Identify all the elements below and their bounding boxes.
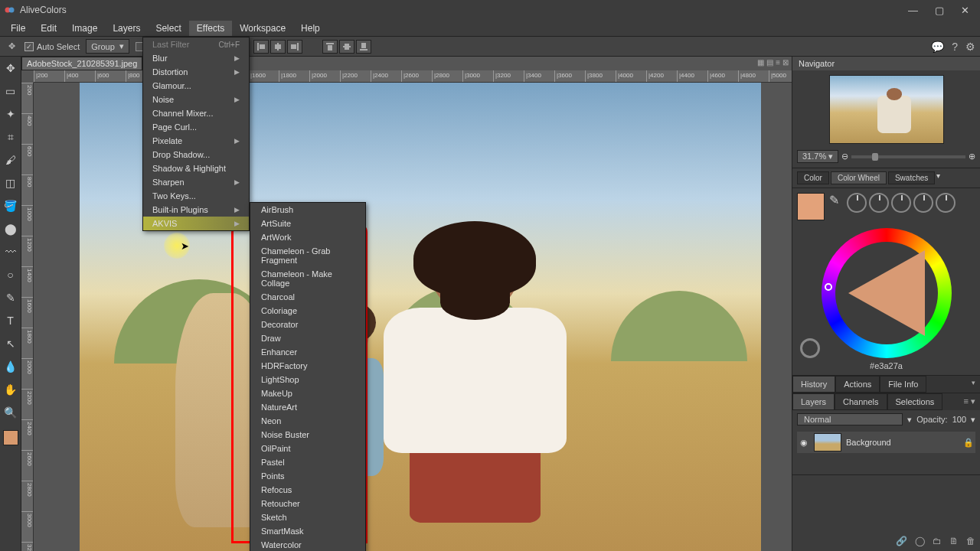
eyedropper-tool[interactable]: 💧 <box>2 358 19 375</box>
zoom-dropdown[interactable]: 31.7% ▾ <box>797 150 838 163</box>
zoom-in-button[interactable]: ⊕ <box>969 152 975 161</box>
align-left-icon[interactable] <box>253 40 269 54</box>
submenu-item-coloriage[interactable]: Coloriage <box>250 304 365 318</box>
menu-item-akvis[interactable]: AKVIS▶ <box>143 217 249 230</box>
new-folder-icon[interactable]: 🗀 <box>933 536 942 546</box>
minimize-button[interactable]: — <box>908 5 918 16</box>
submenu-item-makeup[interactable]: MakeUp <box>250 386 365 400</box>
menu-item-built-in-plugins[interactable]: Built-in Plugins▶ <box>143 203 249 217</box>
ruler-icon[interactable]: ▤ <box>766 58 773 67</box>
menu-item-blur[interactable]: Blur▶ <box>143 51 249 65</box>
panel-menu-icon[interactable]: ▾ <box>936 171 940 184</box>
alpha-dial[interactable] <box>913 193 933 213</box>
menu-item-glamour-[interactable]: Glamour... <box>143 79 249 93</box>
submenu-item-draw[interactable]: Draw <box>250 331 365 345</box>
foreground-swatch[interactable] <box>3 430 18 445</box>
submenu-item-hdrfactory[interactable]: HDRFactory <box>250 359 365 373</box>
align-bottom-icon[interactable] <box>356 40 371 54</box>
eraser-tool[interactable]: ◫ <box>2 174 19 191</box>
feedback-icon[interactable]: 💬 <box>931 41 944 53</box>
close-doc-icon[interactable]: ⊠ <box>782 58 789 67</box>
submenu-item-noise-buster[interactable]: Noise Buster <box>250 428 365 442</box>
submenu-item-charcoal[interactable]: Charcoal <box>250 290 365 304</box>
submenu-item-enhancer[interactable]: Enhancer <box>250 345 365 359</box>
auto-select-checkbox[interactable]: ✓Auto Select <box>24 42 80 51</box>
link-layers-icon[interactable]: 🔗 <box>896 536 907 546</box>
menu-help[interactable]: Help <box>293 21 328 36</box>
text-tool[interactable]: T <box>2 312 19 329</box>
sat-dial[interactable] <box>869 193 889 213</box>
zoom-tool[interactable]: 🔍 <box>2 404 19 421</box>
tab-selections[interactable]: Selections <box>887 393 943 410</box>
delete-layer-icon[interactable]: 🗑 <box>966 536 975 546</box>
navigator-preview[interactable] <box>792 70 980 148</box>
blur-tool[interactable]: ○ <box>2 266 19 283</box>
submenu-item-natureart[interactable]: NatureArt <box>250 400 365 414</box>
align-vcenter-icon[interactable] <box>339 40 354 54</box>
submenu-item-watercolor[interactable]: Watercolor <box>250 538 365 551</box>
extra-dial[interactable] <box>936 193 956 213</box>
submenu-item-neon[interactable]: Neon <box>250 414 365 428</box>
save-color-icon[interactable] <box>800 338 820 358</box>
menu-item-distortion[interactable]: Distortion▶ <box>143 65 249 79</box>
new-layer-icon[interactable]: 🗎 <box>949 536 959 546</box>
panel-menu-icon[interactable]: ▾ <box>967 376 980 393</box>
layer-menu-icon[interactable]: ≡ ▾ <box>959 393 980 410</box>
hue-dial[interactable] <box>847 193 867 213</box>
smudge-tool[interactable]: 〰 <box>2 243 19 260</box>
path-tool[interactable]: ↖ <box>2 335 19 352</box>
submenu-item-points[interactable]: Points <box>250 469 365 483</box>
opacity-value[interactable]: 100 <box>952 415 966 424</box>
align-right-icon[interactable] <box>287 40 302 54</box>
tab-file-info[interactable]: File Info <box>880 376 926 393</box>
submenu-item-artsuite[interactable]: ArtSuite <box>250 217 365 230</box>
menu-workspace[interactable]: Workspace <box>232 21 293 36</box>
menu-item-drop-shadow-[interactable]: Drop Shadow... <box>143 148 249 161</box>
submenu-item-chameleon-make-collage[interactable]: Chameleon - Make Collage <box>250 267 365 290</box>
submenu-item-decorator[interactable]: Decorator <box>250 318 365 331</box>
menu-effects[interactable]: Effects <box>189 21 232 36</box>
submenu-item-chameleon-grab-fragment[interactable]: Chameleon - Grab Fragment <box>250 244 365 267</box>
stamp-tool[interactable]: ⬤ <box>2 220 19 237</box>
align-top-icon[interactable] <box>322 40 338 54</box>
brush-tool[interactable]: 🖌 <box>2 152 19 168</box>
zoom-slider[interactable] <box>851 155 965 158</box>
crop-tool[interactable]: ⌗ <box>2 129 19 145</box>
tab-channels[interactable]: Channels <box>835 393 887 410</box>
layer-item-background[interactable]: ◉ Background 🔒 <box>797 432 975 453</box>
menu-item-page-curl-[interactable]: Page Curl... <box>143 120 249 134</box>
menu-item-sharpen[interactable]: Sharpen▶ <box>143 175 249 189</box>
lock-icon[interactable]: 🔒 <box>963 438 974 448</box>
submenu-item-artwork[interactable]: ArtWork <box>250 230 365 244</box>
grid-icon[interactable]: ▦ <box>757 58 764 67</box>
menu-layers[interactable]: Layers <box>105 21 148 36</box>
move-tool[interactable]: ✥ <box>2 60 19 77</box>
hand-tool[interactable]: ✋ <box>2 381 19 398</box>
tab-color[interactable]: Color <box>797 171 829 184</box>
marquee-tool[interactable]: ▭ <box>2 83 19 99</box>
menu-file[interactable]: File <box>3 21 33 36</box>
menu-item-pixelate[interactable]: Pixelate▶ <box>143 134 249 148</box>
blend-mode-dropdown[interactable]: Normal <box>797 413 903 425</box>
submenu-item-pastel[interactable]: Pastel <box>250 455 365 469</box>
layer-visibility-icon[interactable]: ◉ <box>799 438 809 448</box>
tab-actions[interactable]: Actions <box>835 376 880 393</box>
submenu-item-refocus[interactable]: Refocus <box>250 483 365 497</box>
settings-icon[interactable]: ⚙ <box>965 41 975 53</box>
tab-swatches[interactable]: Swatches <box>888 171 935 184</box>
submenu-item-retoucher[interactable]: Retoucher <box>250 497 365 510</box>
menu-image[interactable]: Image <box>64 21 105 36</box>
new-mask-icon[interactable]: ◯ <box>915 536 925 546</box>
menu-select[interactable]: Select <box>148 21 188 36</box>
maximize-button[interactable]: ▢ <box>935 5 944 16</box>
light-dial[interactable] <box>891 193 911 213</box>
menu-edit[interactable]: Edit <box>33 21 64 36</box>
submenu-item-smartmask[interactable]: SmartMask <box>250 524 365 538</box>
tab-layers[interactable]: Layers <box>792 393 835 410</box>
color-wheel[interactable] <box>822 228 952 358</box>
submenu-item-oilpaint[interactable]: OilPaint <box>250 442 365 455</box>
align-hcenter-icon[interactable] <box>270 40 286 54</box>
menu-item-channel-mixer-[interactable]: Channel Mixer... <box>143 106 249 120</box>
menu-item-two-keys-[interactable]: Two Keys... <box>143 189 249 203</box>
zoom-out-button[interactable]: ⊖ <box>841 152 848 161</box>
